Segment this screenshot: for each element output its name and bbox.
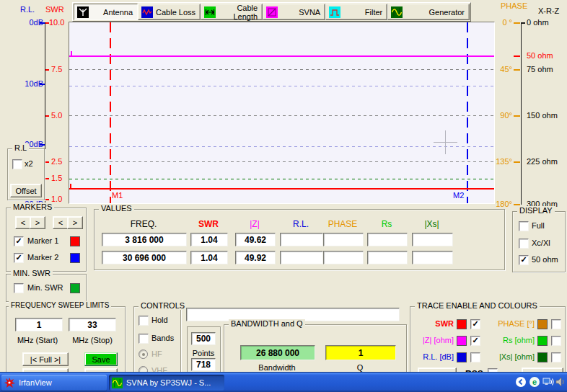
filter-button[interactable]: Filter [325,4,387,20]
display-xcxl-checkbox[interactable] [519,239,529,249]
display-50ohm-checkbox[interactable] [519,255,529,265]
marker1-color-swatch[interactable] [70,236,80,246]
m1-z-value[interactable]: 49.62 [235,233,276,246]
taskbar-irfanview-label: IrfanView [19,378,52,387]
trace-xs-checkbox[interactable] [551,352,561,362]
hf-label: HF [151,349,162,358]
filter-icon [329,6,340,18]
taskbar: IrfanView SVNA by SP3SWJ - S... e [0,372,567,392]
trace-z-checkbox[interactable] [470,336,480,346]
bands-label: Bands [151,334,174,342]
m1-rl-value[interactable] [280,233,323,246]
taskbar-svna-button[interactable]: SVNA by SP3SWJ - S... [109,375,224,391]
trace-phase-checkbox[interactable] [551,319,561,329]
points-top-input[interactable]: 500 [191,332,216,345]
marker2-line[interactable] [467,22,468,203]
display-xcxl-label: Xc/Xl [532,239,550,247]
svna-button[interactable]: SVNA [263,4,325,20]
marker1-checkbox[interactable] [14,236,24,246]
z-trace-start-blip [71,51,72,57]
rl-x2-label: x2 [25,159,33,168]
generator-button[interactable]: Generator [387,4,470,20]
m2-phase-value[interactable] [323,251,364,264]
trace-xs-swatch[interactable] [537,352,548,362]
trace-swr-checkbox[interactable] [470,319,480,329]
trace-phase-swatch[interactable] [537,319,548,329]
m1-xs-value[interactable] [412,233,453,246]
display-full-checkbox[interactable] [519,221,529,231]
bands-checkbox[interactable] [139,334,149,344]
min-swr-color-swatch[interactable] [70,283,80,293]
taskbar-irfanview-button[interactable]: IrfanView [1,375,107,391]
display-50ohm-label: 50 ohm [532,255,558,264]
ohm-tick-label: 150 ohm [527,111,558,120]
trace-rs-swatch[interactable] [537,336,548,346]
m2-z-value[interactable]: 49.92 [235,251,276,264]
swr-tick [45,22,49,24]
generator-button-label: Generator [405,8,469,17]
chart-area[interactable]: M1 M2 [69,22,495,204]
min-swr-checkbox[interactable] [14,283,24,293]
trace-phase-label: PHASE [°] [484,319,535,328]
rl-x2-checkbox[interactable] [12,159,22,169]
cable-loss-button[interactable]: Cable Loss [138,4,201,20]
m2-swr-value[interactable]: 1.04 [190,251,228,264]
save-button[interactable]: Save [84,352,118,366]
sweep-start-input[interactable]: 1 [15,318,63,331]
m2-rs-value[interactable] [367,251,408,264]
volume-tray-icon[interactable] [555,376,566,388]
antenna-button[interactable]: Antenna [74,4,138,20]
marker1-next-button[interactable]: > [30,216,45,229]
phase-tick [514,22,520,24]
marker2-color-swatch[interactable] [70,253,80,263]
min-swr-label: Min. SWR [27,283,63,292]
trace-swr-swatch[interactable] [457,319,467,329]
m2-xs-value[interactable] [412,251,453,264]
q-value[interactable]: 1 [325,345,396,360]
trace-z-label: |Z| [ohm] [412,336,454,344]
app-window: R.L. SWR PHASE X-R-Z Antenna Cable Loss … [0,0,567,392]
min-swr-group: MIN. SWR Min. SWR [6,274,87,302]
hide-tray-icons-button[interactable] [515,376,527,388]
m2-freq-value[interactable]: 30 696 000 [102,251,187,264]
points-bottom-input[interactable]: 718 [191,358,216,371]
trace-rl-swatch[interactable] [457,352,467,362]
offset-button[interactable]: Offset [10,184,42,197]
svna-icon [266,6,278,18]
antivirus-tray-icon[interactable]: e [529,376,540,388]
marker2-next-button[interactable]: > [67,216,83,229]
hf-radio[interactable] [139,349,148,359]
ohm-0-tick [522,22,525,24]
sweep-limits-group-title: FREQUENCY SWEEP LIMITS [9,301,111,309]
marker1-prev-button[interactable]: < [15,216,31,229]
min-swr-group-title: MIN. SWR [11,269,53,277]
marker2-prev-button[interactable]: < [53,216,69,229]
marker1-label: M1 [112,191,123,200]
rl-db-tick [40,144,45,146]
rl-axis-title: R.L. [20,5,35,14]
m1-swr-value[interactable]: 1.04 [190,233,228,246]
cable-length-button[interactable]: Cable Length [201,4,263,20]
trace-enable-group-title: TRACE ENABLE AND COLOURS [415,301,540,310]
trace-rl-checkbox[interactable] [470,352,480,362]
trace-z-swatch[interactable] [457,336,467,346]
bandwidth-label: Bandwidth [240,363,314,372]
hold-checkbox[interactable] [139,316,149,326]
marker1-line[interactable] [110,22,111,203]
bandwidth-value[interactable]: 26 880 000 [240,345,315,360]
marker2-checkbox[interactable] [14,253,24,263]
rl-offset-group: R.L x2 Offset [7,148,45,200]
m1-rs-value[interactable] [367,233,408,246]
m1-phase-value[interactable] [323,233,364,246]
full-sweep-button[interactable]: |< Full >| [22,352,69,366]
svg-text:e: e [532,378,537,386]
rl-db-tick-label: 10dB [13,79,43,88]
filter-button-label: Filter [343,8,387,17]
m2-rl-value[interactable] [280,251,323,264]
sweep-stop-input[interactable]: 33 [69,318,116,331]
trace-rs-checkbox[interactable] [551,336,561,346]
display-full-label: Full [532,221,545,230]
m1-freq-value[interactable]: 3 816 000 [102,233,187,246]
cable-length-icon [204,6,216,18]
network-tray-icon[interactable] [542,376,554,388]
